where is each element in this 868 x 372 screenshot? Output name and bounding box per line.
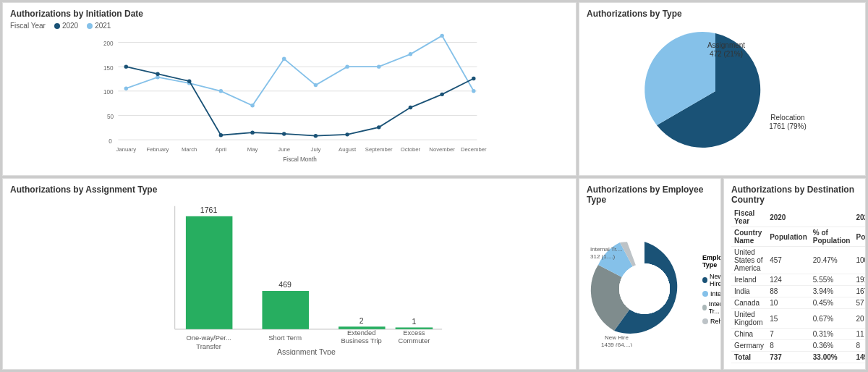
dot-2021-aug <box>345 64 349 68</box>
dot-2021-dec <box>472 89 475 93</box>
legend-2020-label: 2020 <box>62 22 78 30</box>
x-label-excess2: Commuter <box>399 337 430 344</box>
legend-intern-label: Intern <box>710 290 721 297</box>
x-label-mar: March <box>182 146 197 153</box>
x-label-sep: September <box>365 146 393 153</box>
dot-2021-apr <box>219 89 223 93</box>
x-label-shortterm: Short Term <box>268 334 302 342</box>
cell-pop2020: 457 <box>767 247 810 274</box>
table-row: India883.94%1677.48% <box>731 286 866 297</box>
line-chart-legend: Fiscal Year 2020 2021 <box>10 22 569 30</box>
legend-newhire-label: New Hire <box>710 273 721 287</box>
x-label-may: May <box>247 146 258 153</box>
cell-pop2020: 8 <box>767 340 810 352</box>
series-2021-line <box>126 35 473 105</box>
newhire-label2: 1439 (64....) <box>601 342 632 347</box>
legend-2021-dot <box>87 23 93 29</box>
legend-intern-dot <box>702 291 708 297</box>
table-row: Canada100.45%572.55% <box>731 297 866 309</box>
y-label-100: 100 <box>103 89 114 96</box>
assignment-label: Assignment <box>707 41 744 49</box>
cell-pop2021: 20 <box>853 309 866 329</box>
legend-newhire-dot <box>702 277 707 283</box>
bar-extended-value: 2 <box>359 316 364 325</box>
x-axis-title: Fiscal Month <box>283 156 317 163</box>
pie-chart-area: Assignment 472 (21%) Relocation 1761 (79… <box>587 22 858 161</box>
bar-oneway <box>186 216 233 329</box>
cell-pct2020: 20.47% <box>810 247 854 274</box>
dot-2020-jan <box>124 64 128 68</box>
th-pct-2020: % of Population <box>810 227 854 247</box>
th-pop-2020: Population <box>767 227 810 247</box>
y-label-200: 200 <box>103 41 114 47</box>
country-name-cell: Canada <box>731 297 767 309</box>
legend-rehire-label: Rehire <box>710 318 721 325</box>
cell-pop2021: 167 <box>853 286 866 297</box>
bar-x-axis-title: Assignment Type <box>277 347 336 355</box>
x-label-oneway: One-way/Per... <box>187 334 231 342</box>
cell-pop2020: 15 <box>767 309 810 329</box>
bar-shortterm-value: 469 <box>278 280 292 289</box>
legend-fiscal-year-label: Fiscal Year <box>10 22 46 30</box>
legend-internaltr-dot <box>702 305 707 310</box>
cell-pop2020: 124 <box>767 274 810 286</box>
donut-svg-wrap: Internal Tr.... 312 (1....) New Hire 143… <box>587 231 702 348</box>
authorizations-by-initiation-date-card: Authorizations by Initiation Date Fiscal… <box>2 2 576 176</box>
legend-2021: 2021 <box>87 22 111 30</box>
th-country: Country Name <box>731 227 767 247</box>
dot-2020-aug <box>345 132 349 136</box>
donut-area: Internal Tr.... 312 (1....) New Hire 143… <box>587 208 713 370</box>
th-fiscal-year-label: Fiscal Year <box>731 208 767 227</box>
cell-pop2021: 57 <box>853 297 866 309</box>
donut-legend-title: Employee Type <box>702 254 721 269</box>
cell-pct2020: 33.00% <box>810 352 854 363</box>
cell-pct2020: 0.36% <box>810 340 854 352</box>
cell-pct2020: 0.31% <box>810 329 854 340</box>
bottom-right-section: Authorizations by Employee Type <box>579 178 866 370</box>
country-name-cell: United States of America <box>731 247 767 274</box>
bar-oneway-value: 1761 <box>200 206 218 214</box>
x-label-jan: January <box>116 146 137 153</box>
dot-2020-feb <box>156 72 159 75</box>
x-label-excess1: Excess <box>403 329 425 337</box>
authorizations-by-destination-country-card: Authorizations by Destination Country Fi… <box>723 178 866 370</box>
y-label-0: 0 <box>109 138 112 145</box>
internal-tr-label2: 312 (1....) <box>590 253 616 260</box>
donut-hole4 <box>619 263 670 314</box>
legend-internaltr: Internal Tr... <box>702 300 721 315</box>
table-header-fiscal-year: Fiscal Year 2020 2021 <box>731 208 866 227</box>
legend-newhire: New Hire <box>702 273 721 287</box>
table-row: Ireland1245.55%1918.55% <box>731 274 866 286</box>
legend-2021-label: 2021 <box>95 22 111 30</box>
dot-2021-sep <box>377 64 380 68</box>
table-row: United Kingdom150.67%200.90% <box>731 309 866 329</box>
th-2020: 2020 <box>767 208 853 227</box>
dot-2020-may <box>250 130 254 134</box>
cell-pop2020: 88 <box>767 286 810 297</box>
dot-2021-jul <box>314 83 318 87</box>
authorizations-by-type-card: Authorizations by Type Assignment 472 (2… <box>579 2 866 176</box>
x-label-aug: August <box>339 146 357 153</box>
bar-chart-area: 1761 469 2 1 One-way/Per... Transfer Sho… <box>10 198 569 355</box>
dot-2020-jun <box>282 132 286 135</box>
legend-rehire: Rehire <box>702 318 721 325</box>
table-row: Germany80.36%80.36% <box>731 340 866 352</box>
table-header-columns: Country Name Population % of Population … <box>731 227 866 247</box>
dot-2020-nov <box>440 93 443 96</box>
donut-chart-svg: Internal Tr.... 312 (1....) New Hire 143… <box>587 231 702 347</box>
table-row: China70.31%110.49% <box>731 329 866 340</box>
cell-pct2020: 0.45% <box>810 297 854 309</box>
dot-2021-may <box>250 103 254 107</box>
dot-2020-jul <box>314 134 318 138</box>
series-2020-line <box>126 67 473 136</box>
dot-2020-mar <box>187 79 191 83</box>
cell-pop2021: 1496 <box>853 352 866 363</box>
bottom-right-title: Authorizations by Destination Country <box>731 185 858 205</box>
x-label-apr: April <box>216 146 227 153</box>
top-left-title: Authorizations by Initiation Date <box>10 9 569 19</box>
x-label-jul: July <box>311 146 321 153</box>
dot-2020-oct <box>409 106 412 109</box>
destination-country-table: Fiscal Year 2020 2021 Country Name Popul… <box>731 208 866 363</box>
country-name-cell: China <box>731 329 767 340</box>
dot-2021-nov <box>440 34 443 38</box>
